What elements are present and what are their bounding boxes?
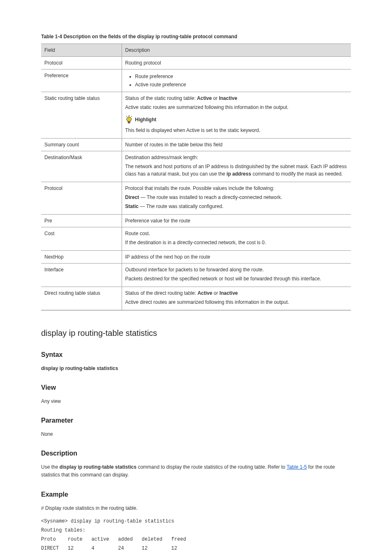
table-row: NextHop IP address of the next hop on th… xyxy=(41,251,351,264)
cell-text: Packets destined for the specified netwo… xyxy=(125,275,348,282)
cell-text: — The route was statically configured. xyxy=(140,204,224,209)
cell-text: Protocol that installs the route. Possib… xyxy=(125,185,348,192)
svg-line-2 xyxy=(131,116,132,117)
output-line: STATIC 1 0 1 0 0 xyxy=(41,554,351,555)
table-row: Direct routing table status Status of th… xyxy=(41,287,351,310)
cell-text: Outbound interface for packets to be for… xyxy=(125,266,348,273)
desc-text: command to display the route statistics … xyxy=(138,464,286,470)
subsection-example: Example xyxy=(41,490,351,500)
table-title-text: Description on the fields of the xyxy=(63,34,136,39)
cell-text-bold: Static xyxy=(125,204,139,209)
table-row: Static routing table status Status of th… xyxy=(41,92,351,139)
user-command: display ip routing-table statistics xyxy=(71,518,174,524)
view-text: Any view xyxy=(41,398,351,405)
cell-field: Protocol xyxy=(41,57,122,69)
subsection-syntax: Syntax xyxy=(41,350,351,360)
table-ref: Table 1-4 xyxy=(41,34,62,39)
cell-text-bold: Active xyxy=(198,290,212,296)
cell-desc: Preference value for the route xyxy=(122,215,351,227)
table-caption: Table 1-4 Description on the fields of t… xyxy=(41,33,351,40)
cell-text: Status of the static routing table: xyxy=(125,95,196,101)
output-line: DIRECT 12 4 24 12 12 xyxy=(41,545,351,552)
fields-table: Field Description Protocol Routing proto… xyxy=(41,44,351,310)
table-row: Destination/Mask Destination address/mas… xyxy=(41,151,351,182)
cell-text: Active direct routes are summarized foll… xyxy=(125,298,348,306)
cell-desc: Routing protocol xyxy=(122,57,351,69)
desc-text: Use the xyxy=(41,464,60,470)
table-row: Preference Route preference Active route… xyxy=(41,69,351,92)
table-row: Pre Preference value for the route xyxy=(41,215,351,227)
cell-desc: Protocol that installs the route. Possib… xyxy=(122,182,351,215)
description-paragraph: Use the display ip routing-table statist… xyxy=(41,463,351,479)
cell-text: If the destination is in a directly-conn… xyxy=(125,239,348,246)
table-title-command: display ip routing-table protocol xyxy=(137,34,212,39)
cell-field: Protocol xyxy=(41,182,122,215)
cell-field: Interface xyxy=(41,264,122,287)
list-item: Active route preference xyxy=(135,81,348,88)
table-row: Summary count Number of routes in the ta… xyxy=(41,139,351,151)
highlight-label: Highlight xyxy=(135,116,157,123)
cell-desc: Status of the direct routing table: Acti… xyxy=(122,287,351,310)
desc-command: display ip routing-table statistics xyxy=(60,464,136,470)
output-line: Routing tables: xyxy=(41,527,351,534)
cell-text: command to modify the mask as needed. xyxy=(253,171,343,177)
subsection-parameter: Parameter xyxy=(41,416,351,426)
table-row: Cost Route cost. If the destination is i… xyxy=(41,227,351,251)
svg-rect-5 xyxy=(128,123,130,123)
parameter-text: None xyxy=(41,430,351,438)
cell-field: Summary count xyxy=(41,139,122,151)
table-row: Protocol Routing protocol xyxy=(41,57,351,69)
cell-text: Status of the direct routing table: xyxy=(125,290,196,296)
section-heading: display ip routing-table statistics xyxy=(41,327,351,339)
cell-text: Route cost. xyxy=(125,230,348,237)
table-link[interactable]: Table 1-5 xyxy=(286,464,307,470)
cell-field: Pre xyxy=(41,215,122,227)
cell-desc: Route preference Active route preference xyxy=(122,69,351,92)
cell-text: — The route was installed to reach a dir… xyxy=(141,194,282,200)
output-line: Proto route active added deleted freed xyxy=(41,536,351,543)
table-row: Protocol Protocol that installs the rout… xyxy=(41,182,351,215)
list-item: Route preference xyxy=(135,73,348,80)
cell-text: Destination address/mask length: xyxy=(125,154,348,161)
cell-desc: Status of the static routing table: Acti… xyxy=(122,92,351,139)
subsection-view: View xyxy=(41,383,351,393)
cell-text: or xyxy=(213,95,219,101)
table-row: Interface Outbound interface for packets… xyxy=(41,264,351,287)
cell-field: NextHop xyxy=(41,251,122,264)
cell-text-bold: Direct xyxy=(125,194,139,200)
cell-field: Direct routing table status xyxy=(41,287,122,310)
cell-text: Active static routes are summarized foll… xyxy=(125,104,348,111)
cell-text: or xyxy=(214,290,219,296)
cell-text-bold: Active xyxy=(197,95,212,101)
cell-desc: Destination address/mask length: The net… xyxy=(122,151,351,182)
lightbulb-icon xyxy=(125,115,133,124)
cell-desc: IP address of the next hop on the route xyxy=(122,251,351,264)
table-header-field: Field xyxy=(41,44,122,57)
command-output: <Sysname> display ip routing-table stati… xyxy=(41,518,351,555)
subsection-description: Description xyxy=(41,449,351,458)
cell-desc: Outbound interface for packets to be for… xyxy=(122,264,351,287)
cell-desc: Route cost. If the destination is in a d… xyxy=(122,227,351,251)
cell-field: Preference xyxy=(41,69,122,92)
table-title-suffix: command xyxy=(214,34,238,39)
cell-field: Static routing table status xyxy=(41,92,122,139)
cell-field: Destination/Mask xyxy=(41,151,122,182)
prompt-text: <Sysname> xyxy=(41,518,71,524)
syntax-command: display ip routing-table statistics xyxy=(41,365,351,372)
cell-field: Cost xyxy=(41,227,122,251)
cell-desc: Number of routes in the table below this… xyxy=(122,139,351,151)
cell-text-bold: ip address xyxy=(226,171,251,177)
table-header-description: Description xyxy=(122,44,351,57)
svg-line-1 xyxy=(126,116,127,117)
cell-text-bold: Inactive xyxy=(219,290,238,296)
cell-text-bold: Inactive xyxy=(219,95,238,101)
example-intro: # Display route statistics in the routin… xyxy=(41,504,351,512)
cell-text: This field is displayed when Active is s… xyxy=(125,127,348,134)
